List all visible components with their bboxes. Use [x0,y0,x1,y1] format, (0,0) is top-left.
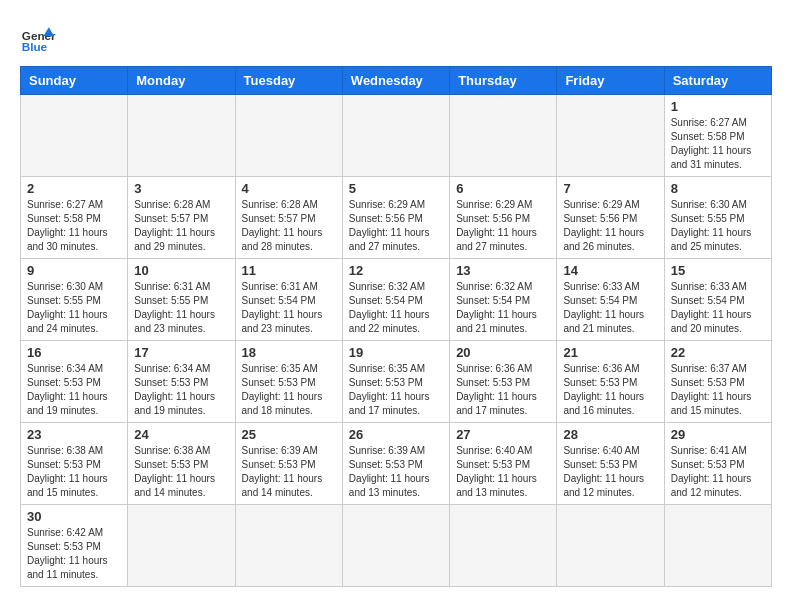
day-header-tuesday: Tuesday [235,67,342,95]
page-header: General Blue [20,20,772,56]
day-number: 21 [563,345,657,360]
day-number: 6 [456,181,550,196]
day-number: 16 [27,345,121,360]
day-info: Sunrise: 6:29 AM Sunset: 5:56 PM Dayligh… [456,198,550,254]
calendar-cell: 8Sunrise: 6:30 AM Sunset: 5:55 PM Daylig… [664,177,771,259]
calendar-week-row: 2Sunrise: 6:27 AM Sunset: 5:58 PM Daylig… [21,177,772,259]
calendar-cell: 2Sunrise: 6:27 AM Sunset: 5:58 PM Daylig… [21,177,128,259]
day-header-thursday: Thursday [450,67,557,95]
calendar-table: SundayMondayTuesdayWednesdayThursdayFrid… [20,66,772,587]
calendar-cell: 10Sunrise: 6:31 AM Sunset: 5:55 PM Dayli… [128,259,235,341]
day-header-saturday: Saturday [664,67,771,95]
day-info: Sunrise: 6:34 AM Sunset: 5:53 PM Dayligh… [27,362,121,418]
day-info: Sunrise: 6:39 AM Sunset: 5:53 PM Dayligh… [349,444,443,500]
day-info: Sunrise: 6:40 AM Sunset: 5:53 PM Dayligh… [563,444,657,500]
calendar-week-row: 1Sunrise: 6:27 AM Sunset: 5:58 PM Daylig… [21,95,772,177]
day-number: 1 [671,99,765,114]
day-number: 14 [563,263,657,278]
day-info: Sunrise: 6:27 AM Sunset: 5:58 PM Dayligh… [671,116,765,172]
calendar-cell [450,505,557,587]
calendar-cell [557,95,664,177]
day-number: 19 [349,345,443,360]
calendar-cell: 21Sunrise: 6:36 AM Sunset: 5:53 PM Dayli… [557,341,664,423]
day-info: Sunrise: 6:37 AM Sunset: 5:53 PM Dayligh… [671,362,765,418]
day-info: Sunrise: 6:33 AM Sunset: 5:54 PM Dayligh… [563,280,657,336]
day-number: 2 [27,181,121,196]
calendar-cell: 11Sunrise: 6:31 AM Sunset: 5:54 PM Dayli… [235,259,342,341]
calendar-cell: 16Sunrise: 6:34 AM Sunset: 5:53 PM Dayli… [21,341,128,423]
day-header-wednesday: Wednesday [342,67,449,95]
day-info: Sunrise: 6:36 AM Sunset: 5:53 PM Dayligh… [563,362,657,418]
day-number: 20 [456,345,550,360]
day-info: Sunrise: 6:31 AM Sunset: 5:55 PM Dayligh… [134,280,228,336]
calendar-cell: 25Sunrise: 6:39 AM Sunset: 5:53 PM Dayli… [235,423,342,505]
day-info: Sunrise: 6:29 AM Sunset: 5:56 PM Dayligh… [349,198,443,254]
day-number: 8 [671,181,765,196]
day-header-sunday: Sunday [21,67,128,95]
calendar-week-row: 9Sunrise: 6:30 AM Sunset: 5:55 PM Daylig… [21,259,772,341]
calendar-cell [342,505,449,587]
day-info: Sunrise: 6:27 AM Sunset: 5:58 PM Dayligh… [27,198,121,254]
calendar-cell [128,95,235,177]
day-info: Sunrise: 6:38 AM Sunset: 5:53 PM Dayligh… [134,444,228,500]
logo-icon: General Blue [20,20,56,56]
calendar-cell [557,505,664,587]
day-info: Sunrise: 6:35 AM Sunset: 5:53 PM Dayligh… [349,362,443,418]
calendar-cell: 30Sunrise: 6:42 AM Sunset: 5:53 PM Dayli… [21,505,128,587]
calendar-cell: 14Sunrise: 6:33 AM Sunset: 5:54 PM Dayli… [557,259,664,341]
day-number: 22 [671,345,765,360]
day-number: 5 [349,181,443,196]
calendar-cell: 24Sunrise: 6:38 AM Sunset: 5:53 PM Dayli… [128,423,235,505]
day-number: 24 [134,427,228,442]
day-number: 29 [671,427,765,442]
calendar-cell: 17Sunrise: 6:34 AM Sunset: 5:53 PM Dayli… [128,341,235,423]
day-info: Sunrise: 6:29 AM Sunset: 5:56 PM Dayligh… [563,198,657,254]
day-info: Sunrise: 6:28 AM Sunset: 5:57 PM Dayligh… [242,198,336,254]
day-info: Sunrise: 6:34 AM Sunset: 5:53 PM Dayligh… [134,362,228,418]
calendar-cell: 6Sunrise: 6:29 AM Sunset: 5:56 PM Daylig… [450,177,557,259]
day-number: 4 [242,181,336,196]
calendar-cell: 29Sunrise: 6:41 AM Sunset: 5:53 PM Dayli… [664,423,771,505]
calendar-cell: 7Sunrise: 6:29 AM Sunset: 5:56 PM Daylig… [557,177,664,259]
calendar-cell: 3Sunrise: 6:28 AM Sunset: 5:57 PM Daylig… [128,177,235,259]
day-number: 12 [349,263,443,278]
calendar-cell: 15Sunrise: 6:33 AM Sunset: 5:54 PM Dayli… [664,259,771,341]
logo: General Blue [20,20,56,56]
day-number: 7 [563,181,657,196]
day-info: Sunrise: 6:38 AM Sunset: 5:53 PM Dayligh… [27,444,121,500]
day-header-friday: Friday [557,67,664,95]
calendar-cell: 1Sunrise: 6:27 AM Sunset: 5:58 PM Daylig… [664,95,771,177]
day-info: Sunrise: 6:28 AM Sunset: 5:57 PM Dayligh… [134,198,228,254]
calendar-cell [235,95,342,177]
calendar-cell: 12Sunrise: 6:32 AM Sunset: 5:54 PM Dayli… [342,259,449,341]
day-header-monday: Monday [128,67,235,95]
day-info: Sunrise: 6:40 AM Sunset: 5:53 PM Dayligh… [456,444,550,500]
calendar-cell [21,95,128,177]
calendar-cell: 13Sunrise: 6:32 AM Sunset: 5:54 PM Dayli… [450,259,557,341]
svg-text:Blue: Blue [22,40,48,53]
day-number: 17 [134,345,228,360]
calendar-week-row: 23Sunrise: 6:38 AM Sunset: 5:53 PM Dayli… [21,423,772,505]
day-info: Sunrise: 6:41 AM Sunset: 5:53 PM Dayligh… [671,444,765,500]
day-number: 26 [349,427,443,442]
calendar-cell: 5Sunrise: 6:29 AM Sunset: 5:56 PM Daylig… [342,177,449,259]
day-info: Sunrise: 6:32 AM Sunset: 5:54 PM Dayligh… [456,280,550,336]
calendar-cell [128,505,235,587]
day-info: Sunrise: 6:33 AM Sunset: 5:54 PM Dayligh… [671,280,765,336]
day-number: 11 [242,263,336,278]
calendar-cell: 19Sunrise: 6:35 AM Sunset: 5:53 PM Dayli… [342,341,449,423]
calendar-header-row: SundayMondayTuesdayWednesdayThursdayFrid… [21,67,772,95]
day-number: 15 [671,263,765,278]
day-info: Sunrise: 6:30 AM Sunset: 5:55 PM Dayligh… [671,198,765,254]
calendar-week-row: 16Sunrise: 6:34 AM Sunset: 5:53 PM Dayli… [21,341,772,423]
day-number: 13 [456,263,550,278]
day-number: 3 [134,181,228,196]
day-number: 27 [456,427,550,442]
calendar-cell: 20Sunrise: 6:36 AM Sunset: 5:53 PM Dayli… [450,341,557,423]
calendar-cell: 9Sunrise: 6:30 AM Sunset: 5:55 PM Daylig… [21,259,128,341]
calendar-cell [235,505,342,587]
calendar-cell [664,505,771,587]
calendar-cell: 26Sunrise: 6:39 AM Sunset: 5:53 PM Dayli… [342,423,449,505]
calendar-week-row: 30Sunrise: 6:42 AM Sunset: 5:53 PM Dayli… [21,505,772,587]
day-info: Sunrise: 6:36 AM Sunset: 5:53 PM Dayligh… [456,362,550,418]
